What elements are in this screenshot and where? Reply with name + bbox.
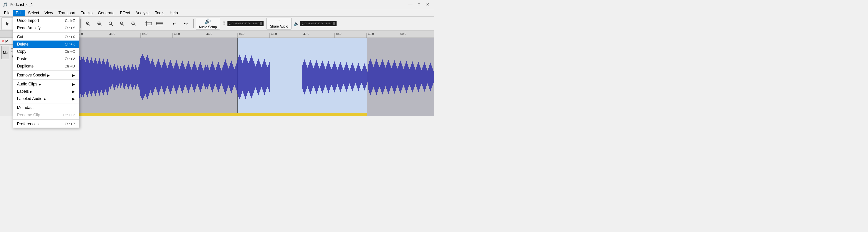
undo-shortcut: Ctrl+Z <box>65 18 75 23</box>
svg-rect-447 <box>433 71 434 83</box>
svg-rect-130 <box>118 68 119 86</box>
svg-rect-422 <box>408 67 409 87</box>
svg-rect-172 <box>160 65 161 89</box>
share-audio-button[interactable]: ↑ Share Audio <box>266 17 292 30</box>
svg-rect-180 <box>168 65 169 89</box>
undo-label: Undo Import <box>17 18 65 23</box>
svg-rect-219 <box>207 65 208 89</box>
svg-rect-223 <box>211 64 212 90</box>
fit-view-button[interactable] <box>105 18 116 29</box>
maximize-button[interactable]: □ <box>415 1 423 8</box>
input-meter-ticks: -54 -48 -42 -36 -30 -24 -18 -12 -6 <box>231 22 259 25</box>
svg-rect-351 <box>337 70 338 84</box>
svg-rect-261 <box>248 63 249 91</box>
svg-rect-280 <box>267 67 268 87</box>
menu-file[interactable]: File <box>1 10 13 16</box>
svg-rect-101 <box>89 63 90 91</box>
svg-rect-161 <box>149 61 150 93</box>
svg-rect-374 <box>360 69 361 85</box>
menu-tracks[interactable]: Tracks <box>78 10 95 16</box>
menu-cut[interactable]: Cut Ctrl+X <box>13 33 79 41</box>
menu-duplicate[interactable]: Duplicate Ctrl+D <box>13 63 79 70</box>
close-track-icon[interactable]: ✕ <box>1 39 4 43</box>
menu-undo[interactable]: Undo Import Ctrl+Z <box>13 17 79 24</box>
svg-rect-270 <box>257 61 258 93</box>
menu-copy[interactable]: Copy Ctrl+C <box>13 48 79 55</box>
menu-labeled-audio[interactable]: Labeled Audio ▶ <box>13 95 79 102</box>
svg-rect-376 <box>362 69 363 85</box>
menu-tools[interactable]: Tools <box>152 10 167 16</box>
title-bar-controls: — □ ✕ <box>407 1 431 8</box>
menu-paste[interactable]: Paste Ctrl+V <box>13 55 79 63</box>
menu-remove-special[interactable]: Remove Special ▶ <box>13 72 79 79</box>
svg-rect-175 <box>163 62 164 92</box>
svg-rect-110 <box>98 61 99 93</box>
svg-rect-171 <box>159 63 160 92</box>
labeled-audio-arrow: ▶ <box>72 97 75 101</box>
silence-audio-button[interactable] <box>154 18 165 29</box>
svg-rect-173 <box>161 68 162 86</box>
svg-rect-53 <box>43 38 367 41</box>
selection-tool-button[interactable] <box>2 18 13 29</box>
menu-audio-clips[interactable]: Audio Clips ▶ <box>13 80 79 88</box>
svg-rect-218 <box>206 67 207 87</box>
svg-rect-129 <box>117 66 118 88</box>
svg-rect-362 <box>348 68 349 86</box>
svg-rect-415 <box>401 64 402 90</box>
silence-icon <box>156 21 163 26</box>
svg-rect-300 <box>287 63 287 91</box>
svg-rect-156 <box>144 58 145 96</box>
waveform-area[interactable] <box>43 38 434 116</box>
svg-rect-143 <box>131 67 132 87</box>
close-button[interactable]: ✕ <box>424 1 431 8</box>
svg-rect-200 <box>188 61 189 93</box>
svg-rect-214 <box>202 68 203 86</box>
svg-rect-340 <box>326 67 327 88</box>
menu-view[interactable]: View <box>42 10 56 16</box>
app-icon: 🎵 <box>3 2 8 7</box>
menu-transport[interactable]: Transport <box>56 10 78 16</box>
copy-label: Copy <box>17 49 65 54</box>
svg-rect-243 <box>231 61 232 93</box>
svg-rect-343 <box>329 64 330 90</box>
svg-rect-174 <box>162 65 163 89</box>
redo-button[interactable]: ↪ <box>181 18 191 29</box>
zoom-reset-button[interactable]: + <box>128 18 139 29</box>
zoom-out-button[interactable] <box>94 18 105 29</box>
output-meter-ticks: -54 -48 -42 -36 -30 -24 -18 -12 -6 <box>304 22 332 25</box>
svg-rect-217 <box>205 65 206 89</box>
menu-effect[interactable]: Effect <box>117 10 133 16</box>
minimize-button[interactable]: — <box>407 1 414 8</box>
svg-rect-196 <box>184 67 185 87</box>
svg-rect-368 <box>354 69 355 86</box>
menu-labels[interactable]: Labels ▶ <box>13 88 79 95</box>
trim-audio-button[interactable] <box>143 18 154 29</box>
menu-redo[interactable]: Redo Amplify Ctrl+Y <box>13 24 79 32</box>
svg-rect-347 <box>333 64 334 90</box>
menu-metadata[interactable]: Metadata <box>13 104 79 111</box>
svg-rect-289 <box>276 60 276 94</box>
audio-setup-button[interactable]: 🔊 Audio Setup <box>196 17 220 30</box>
menu-edit[interactable]: Edit <box>13 10 25 16</box>
zoom-in-button[interactable] <box>83 18 93 29</box>
svg-rect-379 <box>365 67 366 88</box>
svg-rect-250 <box>237 60 238 94</box>
menu-delete[interactable]: Delete Ctrl+K <box>13 41 79 48</box>
svg-rect-150 <box>138 67 139 87</box>
undo-button[interactable]: ↩ <box>169 18 180 29</box>
menu-help[interactable]: Help <box>167 10 181 16</box>
menu-select[interactable]: Select <box>25 10 42 16</box>
svg-rect-99 <box>87 57 88 97</box>
menu-generate[interactable]: Generate <box>95 10 117 16</box>
zoom-sel-button[interactable] <box>117 18 127 29</box>
svg-rect-372 <box>358 63 359 91</box>
svg-rect-120 <box>108 63 108 92</box>
svg-rect-123 <box>111 68 112 86</box>
mute-button[interactable]: Mu <box>1 46 9 59</box>
svg-rect-111 <box>99 58 100 95</box>
svg-rect-434 <box>420 68 421 86</box>
menu-analyze[interactable]: Analyze <box>133 10 152 16</box>
svg-rect-405 <box>391 68 392 86</box>
svg-rect-353 <box>339 65 340 90</box>
svg-rect-387 <box>373 67 374 87</box>
